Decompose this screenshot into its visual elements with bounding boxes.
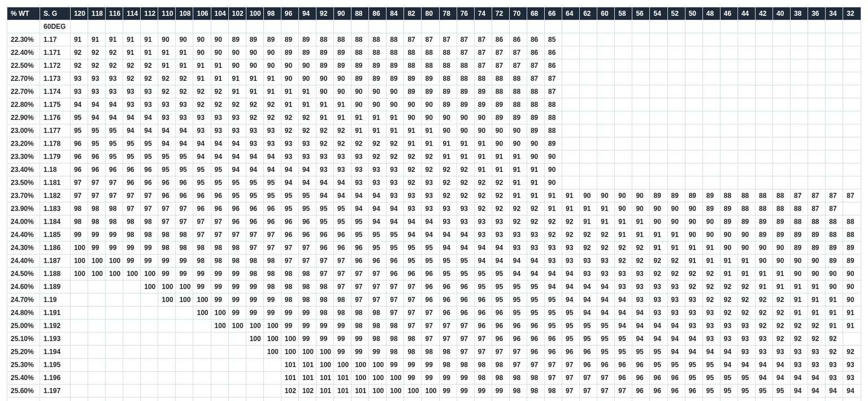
value-cell: 87 (843, 189, 861, 202)
value-cell (158, 346, 176, 359)
value-cell (193, 398, 211, 402)
value-cell: 98 (351, 307, 369, 320)
value-cell (562, 111, 580, 124)
value-cell: 99 (228, 268, 246, 281)
value-cell: 87 (545, 72, 562, 85)
table-header-row: % WTS. G12011811611411211010810610410210… (7, 7, 861, 20)
value-cell: 91 (755, 281, 772, 294)
wt-cell: 24.50% (7, 268, 40, 281)
value-cell: 92 (123, 72, 141, 85)
value-cell: 98 (474, 372, 492, 385)
value-cell: 87 (808, 189, 826, 202)
table-row: 23.30%1.17996969595959595949494949493939… (7, 150, 861, 163)
value-cell: 93 (843, 359, 861, 372)
value-cell: 88 (404, 46, 422, 59)
table-row: 23.90%1.18398989897979797969696969695959… (7, 202, 861, 215)
value-cell (737, 150, 755, 163)
value-cell: 94 (632, 333, 650, 346)
col-50: 50 (685, 7, 702, 20)
value-cell (88, 333, 105, 346)
value-cell: 100 (281, 333, 298, 346)
value-cell: 98 (527, 385, 544, 398)
value-cell: 88 (351, 46, 369, 59)
value-cell: 91 (509, 150, 527, 163)
value-cell: 97 (545, 359, 562, 372)
value-cell: 90 (263, 59, 281, 72)
value-cell: 100 (387, 385, 404, 398)
wt-cell: 25.20% (7, 346, 40, 359)
value-cell: 96 (422, 281, 439, 294)
value-cell: 95 (281, 189, 298, 202)
value-cell: 95 (509, 294, 527, 307)
wt-cell: 25.10% (7, 333, 40, 346)
value-cell: 94 (158, 124, 176, 137)
value-cell (650, 85, 667, 98)
value-cell: 99 (492, 398, 509, 402)
value-cell: 94 (527, 255, 544, 268)
value-cell: 94 (562, 268, 580, 281)
value-cell: 91 (387, 124, 404, 137)
col-84: 84 (387, 7, 404, 20)
value-cell: 95 (545, 307, 562, 320)
value-cell: 96 (141, 176, 158, 189)
table-row: 24.70%1.19100100100999999999898989897979… (7, 294, 861, 307)
value-cell: 94 (492, 242, 509, 255)
value-cell: 93 (316, 163, 334, 176)
value-cell: 93 (667, 294, 685, 307)
value-cell: 99 (158, 268, 176, 281)
cell (615, 20, 632, 33)
value-cell: 97 (422, 333, 439, 346)
value-cell: 89 (720, 202, 737, 215)
value-cell: 93 (369, 176, 387, 189)
value-cell: 94 (791, 385, 808, 398)
value-cell: 92 (70, 46, 88, 59)
value-cell: 93 (422, 202, 439, 215)
value-cell: 90 (527, 137, 544, 150)
value-cell: 90 (228, 46, 246, 59)
value-cell: 93 (369, 163, 387, 176)
value-cell: 97 (281, 255, 298, 268)
value-cell (176, 359, 193, 372)
value-cell: 90 (720, 242, 737, 255)
wt-cell: 22.70% (7, 72, 40, 85)
value-cell: 89 (246, 33, 263, 46)
value-cell (580, 33, 597, 46)
value-cell: 98 (351, 320, 369, 333)
cell (176, 20, 193, 33)
value-cell: 90 (773, 242, 791, 255)
value-cell: 94 (422, 228, 439, 242)
value-cell (685, 33, 702, 46)
value-cell: 89 (685, 189, 702, 202)
value-cell: 97 (176, 202, 193, 215)
value-cell: 88 (422, 46, 439, 59)
value-cell (685, 111, 702, 124)
value-cell: 94 (650, 320, 667, 333)
value-cell (562, 46, 580, 59)
value-cell: 94 (281, 163, 298, 176)
value-cell: 94 (439, 228, 457, 242)
value-cell: 93 (843, 372, 861, 385)
value-cell: 98 (193, 255, 211, 268)
value-cell: 94 (545, 268, 562, 281)
value-cell: 96 (615, 372, 632, 385)
value-cell: 95 (246, 189, 263, 202)
value-cell (597, 33, 615, 46)
wt-cell: 23.50% (7, 176, 40, 189)
value-cell: 90 (211, 46, 228, 59)
value-cell: 99 (228, 307, 246, 320)
value-cell: 96 (106, 163, 123, 176)
value-cell: 90 (737, 228, 755, 242)
sg-cell: 1.179 (40, 150, 71, 163)
value-cell (826, 137, 843, 150)
value-cell: 97 (351, 294, 369, 307)
value-cell: 96 (263, 202, 281, 215)
value-cell: 98 (141, 215, 158, 228)
value-cell: 99 (193, 281, 211, 294)
value-cell: 91 (246, 85, 263, 98)
value-cell: 96 (193, 189, 211, 202)
value-cell: 102 (316, 398, 334, 402)
value-cell: 92 (106, 46, 123, 59)
value-cell: 93 (773, 346, 791, 359)
value-cell (580, 72, 597, 85)
value-cell: 89 (737, 215, 755, 228)
